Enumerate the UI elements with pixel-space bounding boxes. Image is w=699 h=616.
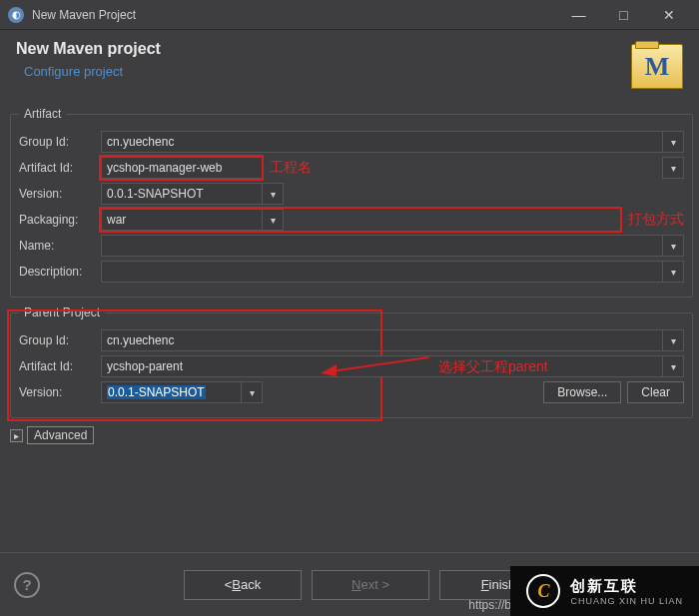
artifact-fieldset: Artifact Group Id: ▾ Artifact Id: 工程名 ▾ … [10,107,693,298]
window-controls: — □ ✕ [556,0,691,30]
artifact-legend: Artifact [19,107,66,121]
advanced-section: ▸ Advanced [10,426,693,444]
clear-button[interactable]: Clear [627,381,684,403]
parent-version-dropdown-icon[interactable]: ▾ [241,381,263,403]
watermark-logo-icon: C [526,574,560,608]
close-button[interactable]: ✕ [646,0,691,30]
red-arrow-icon [319,353,428,379]
description-label: Description: [19,265,101,279]
description-dropdown-icon[interactable]: ▾ [662,261,684,283]
maximize-button[interactable]: □ [601,0,646,30]
advanced-label[interactable]: Advanced [27,426,94,444]
version-input[interactable] [101,183,262,205]
packaging-dropdown-icon[interactable]: ▾ [262,209,284,231]
svg-line-0 [331,357,428,371]
parent-artifact-id-dropdown-icon[interactable]: ▾ [662,355,684,377]
annotation-project-name: 工程名 [270,159,312,177]
dialog-header: New Maven project Configure project M [0,30,699,103]
parent-group-id-label: Group Id: [19,333,101,347]
help-icon[interactable]: ? [14,572,40,598]
page-subtitle: Configure project [24,64,631,79]
back-button[interactable]: < Back [184,570,302,600]
packaging-label: Packaging: [19,213,101,227]
name-input[interactable] [101,235,662,257]
packaging-input[interactable] [101,209,262,231]
group-id-dropdown-icon[interactable]: ▾ [662,131,684,153]
browse-button[interactable]: Browse... [543,381,621,403]
next-button: Next > [312,570,429,600]
group-id-label: Group Id: [19,135,101,149]
group-id-input[interactable] [101,131,662,153]
annotation-packaging: 打包方式 [628,211,684,229]
parent-group-id-dropdown-icon[interactable]: ▾ [662,329,684,351]
window-title: New Maven Project [32,8,556,22]
description-input[interactable] [101,261,662,283]
parent-version-input[interactable]: 0.0.1-SNAPSHOT [101,381,241,403]
titlebar: ◐ New Maven Project — □ ✕ [0,0,699,30]
name-dropdown-icon[interactable]: ▾ [662,235,684,257]
annotation-select-parent: 选择父工程parent [438,358,548,376]
watermark-line2: CHUANG XIN HU LIAN [570,596,683,606]
svg-marker-1 [321,364,337,376]
advanced-toggle-icon[interactable]: ▸ [10,429,23,442]
watermark: C 创新互联 CHUANG XIN HU LIAN [510,566,699,616]
version-dropdown-icon[interactable]: ▾ [262,183,284,205]
artifact-id-dropdown-icon[interactable]: ▾ [662,157,684,179]
artifact-id-label: Artifact Id: [19,161,101,175]
parent-artifact-id-label: Artifact Id: [19,359,101,373]
parent-legend: Parent Project [19,306,105,319]
version-label: Version: [19,187,101,201]
watermark-line1: 创新互联 [570,577,683,596]
parent-project-fieldset: Parent Project Group Id: ▾ Artifact Id: … [10,306,693,418]
minimize-button[interactable]: — [556,0,601,30]
parent-group-id-input[interactable] [101,329,662,351]
name-label: Name: [19,239,101,253]
parent-version-label: Version: [19,385,101,399]
artifact-id-input[interactable] [101,157,262,179]
eclipse-icon: ◐ [8,7,24,23]
maven-folder-icon: M [631,44,683,89]
page-title: New Maven project [16,40,631,58]
